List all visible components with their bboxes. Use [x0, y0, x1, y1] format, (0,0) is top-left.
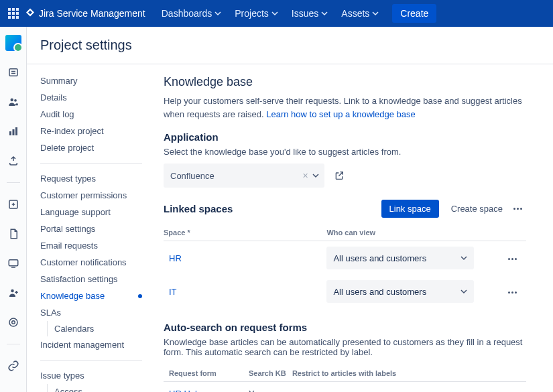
sidebar-separator — [40, 163, 142, 164]
primary-nav: Dashboards Projects Issues Assets Create — [156, 4, 437, 23]
chevron-down-icon — [372, 10, 379, 17]
linked-spaces-heading: Linked spaces — [164, 203, 381, 214]
learn-kb-link[interactable]: Learn how to set up a knowledge base — [266, 109, 416, 119]
sidebar-knowledge-base[interactable]: Knowledge base — [40, 287, 142, 304]
svg-point-13 — [14, 99, 17, 102]
rail-separator — [7, 344, 20, 344]
link-icon[interactable] — [5, 358, 21, 374]
sidebar-satisfaction[interactable]: Satisfaction settings — [40, 271, 142, 287]
channels-icon[interactable] — [5, 255, 21, 271]
sidebar-issuetype-access[interactable]: Access — [54, 384, 142, 392]
sidebar-request-types[interactable]: Request types — [40, 170, 142, 187]
svg-rect-5 — [16, 12, 19, 15]
svg-rect-14 — [9, 131, 11, 135]
app-switcher-icon[interactable] — [5, 5, 21, 21]
project-avatar[interactable] — [5, 35, 21, 51]
chevron-down-icon — [460, 288, 467, 295]
nav-projects[interactable]: Projects — [229, 4, 284, 23]
nav-assets[interactable]: Assets — [336, 4, 384, 23]
linked-spaces-table: Space * Who can view HR All users and cu… — [164, 224, 526, 308]
sidebar-issue-types-heading[interactable]: Issue types — [40, 367, 142, 384]
row-actions-icon[interactable] — [504, 254, 521, 264]
sidebar-delete[interactable]: Delete project — [40, 139, 142, 156]
sidebar-incident[interactable]: Incident management — [40, 336, 142, 353]
product-name: Jira Service Management — [39, 8, 145, 19]
create-button[interactable]: Create — [392, 4, 436, 23]
svg-rect-1 — [12, 8, 15, 11]
th-request-form: Request form — [164, 364, 243, 382]
link-space-button[interactable]: Link space — [381, 200, 439, 218]
svg-rect-9 — [9, 69, 17, 76]
svg-point-25 — [9, 318, 17, 326]
svg-rect-2 — [16, 8, 19, 11]
create-space-button[interactable]: Create space — [444, 200, 509, 218]
settings-nav-icon[interactable] — [5, 314, 21, 330]
page-title: Project settings — [40, 38, 537, 53]
space-link-it[interactable]: IT — [164, 287, 177, 297]
kb-heading: Knowledge base — [164, 75, 526, 89]
sidebar-cust-notif[interactable]: Customer notifications — [40, 254, 142, 271]
th-search-kb: Search KB — [243, 364, 287, 382]
auto-search-heading: Auto-search on request forms — [164, 322, 526, 333]
left-rail — [0, 27, 27, 392]
view-select[interactable]: All users and customers — [326, 247, 474, 269]
svg-rect-16 — [15, 127, 17, 135]
nav-dashboards[interactable]: Dashboards — [156, 4, 227, 23]
jira-icon — [24, 7, 36, 19]
space-link-hr[interactable]: HR — [164, 253, 182, 263]
row-actions-icon[interactable] — [504, 287, 521, 298]
invite-icon[interactable] — [5, 285, 21, 301]
sidebar-separator — [40, 360, 142, 361]
svg-rect-15 — [12, 129, 14, 135]
raise-request-icon[interactable] — [5, 153, 21, 169]
search-kb-value: Yes — [243, 382, 287, 393]
product-logo[interactable]: Jira Service Management — [24, 7, 145, 19]
rail-separator — [7, 182, 20, 183]
svg-rect-8 — [16, 16, 19, 19]
chevron-down-icon — [460, 255, 467, 261]
svg-rect-0 — [8, 8, 11, 11]
application-value: Confluence — [170, 171, 214, 181]
topbar: Jira Service Management Dashboards Proje… — [0, 0, 553, 27]
space-row: HR All users and customers — [164, 241, 526, 275]
more-actions-icon[interactable] — [509, 204, 526, 214]
sidebar-calendars[interactable]: Calendars — [54, 321, 142, 336]
auto-search-table: Request form Search KB Restrict to artic… — [164, 364, 526, 392]
page-header: Project settings — [27, 27, 553, 64]
sidebar-summary[interactable]: Summary — [40, 72, 142, 89]
open-external-icon[interactable] — [334, 170, 345, 181]
sidebar-language[interactable]: Language support — [40, 204, 142, 220]
svg-rect-7 — [12, 16, 15, 19]
request-form-link[interactable]: HR Help — [169, 389, 202, 392]
queues-icon[interactable] — [5, 64, 21, 80]
th-restrict: Restrict to articles with labels — [287, 364, 526, 382]
customers-icon[interactable] — [5, 94, 21, 110]
th-view: Who can view — [326, 224, 499, 241]
sidebar-audit-log[interactable]: Audit log — [40, 106, 142, 123]
application-select[interactable]: Confluence ✕ — [164, 164, 324, 188]
add-shortcut-icon[interactable] — [5, 196, 21, 212]
chevron-down-icon — [214, 10, 221, 17]
svg-point-26 — [11, 321, 15, 324]
sidebar-customer-perms[interactable]: Customer permissions — [40, 187, 142, 204]
settings-sidebar: Summary Details Audit log Re-index proje… — [27, 64, 147, 392]
view-select[interactable]: All users and customers — [326, 280, 474, 303]
chevron-down-icon — [312, 172, 319, 179]
space-row: IT All users and customers — [164, 275, 526, 308]
chevron-down-icon — [271, 10, 278, 17]
clear-icon[interactable]: ✕ — [302, 172, 308, 180]
sidebar-email-req[interactable]: Email requests — [40, 237, 142, 254]
chevron-down-icon — [321, 10, 328, 17]
nav-issues[interactable]: Issues — [286, 4, 333, 23]
form-row: HR Help Yes — [164, 382, 526, 393]
sidebar-reindex[interactable]: Re-index project — [40, 123, 142, 139]
sidebar-details[interactable]: Details — [40, 89, 142, 106]
svg-rect-4 — [12, 12, 15, 15]
svg-point-12 — [10, 99, 13, 102]
sidebar-slas[interactable]: SLAs — [40, 304, 142, 321]
sidebar-portal[interactable]: Portal settings — [40, 220, 142, 237]
svg-rect-20 — [9, 260, 18, 266]
pages-icon[interactable] — [5, 226, 21, 242]
svg-rect-6 — [8, 16, 11, 19]
reports-icon[interactable] — [5, 123, 21, 139]
